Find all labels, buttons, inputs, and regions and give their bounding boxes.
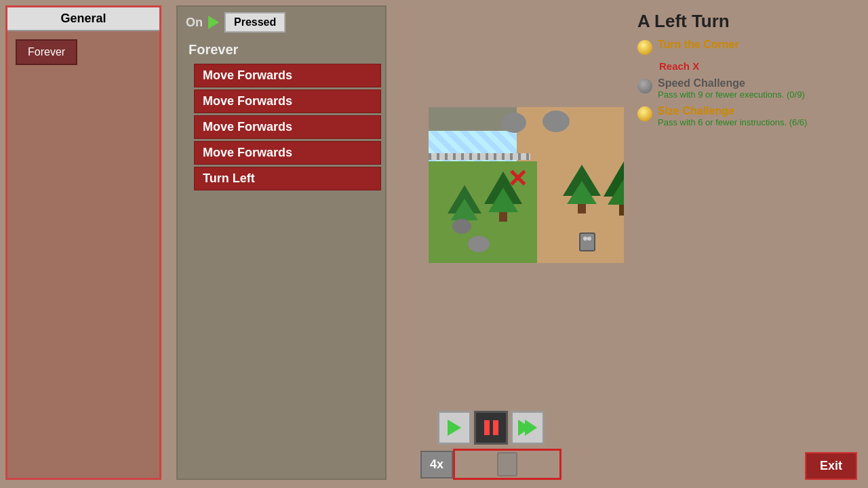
challenge-label-2: Reach X — [659, 60, 699, 72]
speed-multiplier[interactable]: 4x — [420, 451, 453, 479]
challenge-text-block-4: Size Challenge Pass with 6 or fewer inst… — [658, 105, 807, 127]
sidebar: General Forever — [5, 5, 161, 480]
move-forwards-4[interactable]: Move Forwards — [194, 141, 381, 165]
gold-icon-1 — [637, 40, 652, 55]
code-panel: On Pressed Forever Move Forwards Move Fo… — [176, 5, 387, 480]
rock-grass-1 — [452, 219, 471, 234]
bottom-controls: 4x — [420, 411, 561, 480]
rock-grass-2 — [468, 236, 490, 252]
step-button[interactable] — [511, 411, 545, 445]
pressed-button[interactable]: Pressed — [224, 12, 285, 33]
pause-bar-right — [493, 420, 498, 435]
tree-3 — [563, 165, 601, 214]
rock-1 — [502, 113, 526, 133]
arrow-icon — [208, 16, 219, 29]
right-panel: A Left Turn Turn the Corner Reach X Spee… — [624, 0, 868, 488]
tree-2 — [484, 171, 522, 222]
sidebar-title: General — [7, 7, 159, 31]
gray-icon-1 — [637, 79, 652, 94]
playback-buttons — [437, 411, 545, 445]
pause-bar-left — [484, 420, 490, 435]
on-label: On — [186, 16, 203, 30]
speed-indicator — [497, 452, 517, 476]
play-button[interactable] — [437, 411, 471, 445]
speed-row: 4x — [420, 449, 561, 480]
challenge-item-2: Reach X — [659, 60, 854, 72]
step-icon — [518, 420, 537, 436]
forever-label: Forever — [178, 38, 385, 62]
robot — [579, 232, 595, 251]
challenge-label-1: Turn the Corner — [658, 39, 739, 51]
step-arrow-2 — [525, 420, 537, 436]
move-forwards-2[interactable]: Move Forwards — [194, 89, 381, 113]
rock-2 — [542, 110, 570, 132]
move-forwards-3[interactable]: Move Forwards — [194, 115, 381, 139]
challenge-item-1: Turn the Corner — [637, 39, 854, 55]
exit-button[interactable]: Exit — [805, 452, 857, 480]
challenge-text-block-3: Speed Challenge Pass with 9 or fewer exe… — [658, 77, 805, 100]
play-icon — [448, 420, 461, 436]
gold-icon-2 — [637, 106, 652, 121]
challenge-item-4: Size Challenge Pass with 6 or fewer inst… — [637, 105, 854, 127]
size-challenge-label: Size Challenge — [658, 105, 807, 117]
pause-button[interactable] — [474, 411, 508, 445]
forever-button[interactable]: Forever — [16, 39, 77, 65]
on-pressed-header: On Pressed — [178, 7, 385, 38]
size-challenge-sub: Pass with 6 or fewer instructions. (6/6) — [658, 117, 807, 127]
challenge-title: A Left Turn — [637, 11, 854, 32]
speed-display — [453, 449, 561, 480]
fence — [429, 153, 530, 160]
turn-left[interactable]: Turn Left — [194, 167, 381, 190]
speed-challenge-label: Speed Challenge — [658, 77, 805, 89]
challenge-item-3: Speed Challenge Pass with 9 or fewer exe… — [637, 77, 854, 100]
move-forwards-1[interactable]: Move Forwards — [194, 64, 381, 87]
speed-challenge-sub: Pass with 9 or fewer executions. (0/9) — [658, 89, 805, 100]
pause-icon — [484, 420, 498, 435]
